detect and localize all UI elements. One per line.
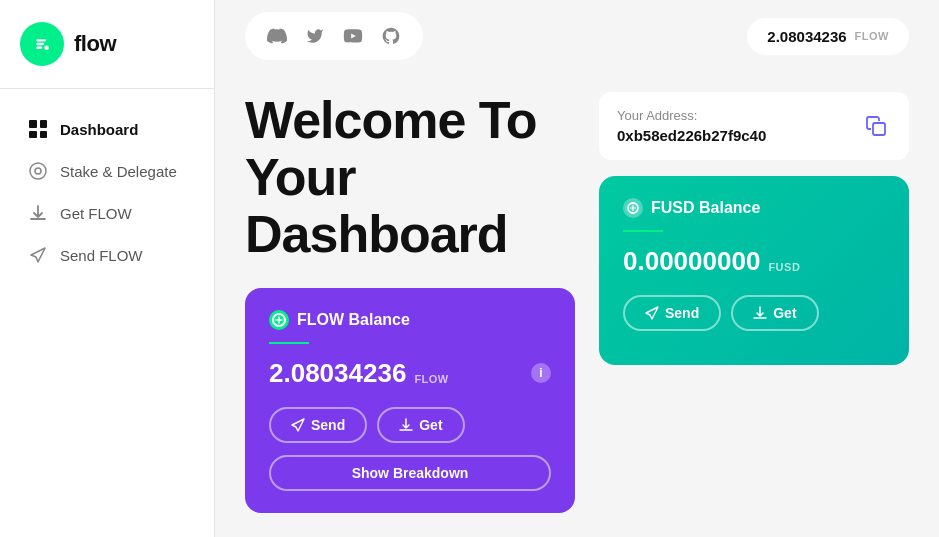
send-flow-icon (28, 245, 48, 265)
address-label: Your Address: (617, 108, 766, 123)
fusd-send-button[interactable]: Send (623, 295, 721, 331)
flow-card-underline (269, 342, 309, 344)
header-balance-pill: 2.08034236 FLOW (747, 18, 909, 55)
flow-send-button[interactable]: Send (269, 407, 367, 443)
address-card: Your Address: 0xb58ed226b27f9c40 (599, 92, 909, 160)
sidebar-label-dashboard: Dashboard (60, 121, 138, 138)
header: 2.08034236 FLOW (215, 0, 939, 72)
fusd-card-buttons: Send Get (623, 295, 885, 331)
flow-balance-amount: 2.08034236 (269, 358, 406, 389)
header-balance-label: FLOW (855, 30, 889, 42)
left-column: Welcome To Your Dashboard FLOW Balance (245, 92, 575, 513)
logo-area: flow (0, 0, 214, 89)
main-content: 2.08034236 FLOW Welcome To Your Dashboar… (215, 0, 939, 537)
sidebar-item-stake[interactable]: Stake & Delegate (8, 151, 206, 191)
right-column: Your Address: 0xb58ed226b27f9c40 (599, 92, 909, 513)
fusd-balance-amount: 0.00000000 (623, 246, 760, 277)
flow-get-button[interactable]: Get (377, 407, 464, 443)
fusd-balance-card: FUSD Balance 0.00000000 FUSD Send (599, 176, 909, 365)
github-icon[interactable] (375, 20, 407, 52)
sidebar: flow Dashboard Stake & Delegate (0, 0, 215, 537)
copy-address-icon[interactable] (861, 111, 891, 141)
svg-point-2 (30, 163, 46, 179)
twitter-icon[interactable] (299, 20, 331, 52)
discord-icon[interactable] (261, 20, 293, 52)
sidebar-label-get-flow: Get FLOW (60, 205, 132, 222)
sidebar-item-dashboard[interactable]: Dashboard (8, 109, 206, 149)
sidebar-label-send-flow: Send FLOW (60, 247, 143, 264)
sidebar-item-get-flow[interactable]: Get FLOW (8, 193, 206, 233)
dashboard-icon (28, 119, 48, 139)
fusd-card-header: FUSD Balance (623, 198, 885, 218)
header-balance-amount: 2.08034236 (767, 28, 846, 45)
fusd-card-title: FUSD Balance (651, 199, 760, 217)
show-breakdown-button[interactable]: Show Breakdown (269, 455, 551, 491)
stake-icon (28, 161, 48, 181)
sidebar-nav: Dashboard Stake & Delegate Get FLOW (0, 89, 214, 295)
flow-card-buttons: Send Get (269, 407, 551, 443)
flow-balance-card: FLOW Balance 2.08034236 FLOW i Send (245, 288, 575, 513)
address-value: 0xb58ed226b27f9c40 (617, 127, 766, 144)
address-info: Your Address: 0xb58ed226b27f9c40 (617, 108, 766, 144)
fusd-card-icon (623, 198, 643, 218)
flow-card-icon (269, 310, 289, 330)
svg-rect-6 (873, 123, 885, 135)
flow-card-header: FLOW Balance (269, 310, 551, 330)
svg-point-3 (35, 168, 41, 174)
welcome-title: Welcome To Your Dashboard (245, 92, 575, 264)
fusd-balance-currency: FUSD (768, 261, 800, 273)
sidebar-label-stake: Stake & Delegate (60, 163, 177, 180)
fusd-card-underline (623, 230, 663, 232)
logo-icon (20, 22, 64, 66)
social-icons-bar (245, 12, 423, 60)
svg-point-1 (44, 45, 49, 50)
flow-balance-currency: FLOW (414, 373, 448, 385)
fusd-get-button[interactable]: Get (731, 295, 818, 331)
get-flow-icon (28, 203, 48, 223)
fusd-balance-row: 0.00000000 FUSD (623, 246, 885, 277)
flow-card-title: FLOW Balance (297, 311, 410, 329)
logo-text: flow (74, 31, 116, 57)
sidebar-item-send-flow[interactable]: Send FLOW (8, 235, 206, 275)
flow-info-icon[interactable]: i (531, 363, 551, 383)
content-area: Welcome To Your Dashboard FLOW Balance (215, 72, 939, 537)
flow-balance-row: 2.08034236 FLOW i (269, 358, 551, 389)
youtube-icon[interactable] (337, 20, 369, 52)
